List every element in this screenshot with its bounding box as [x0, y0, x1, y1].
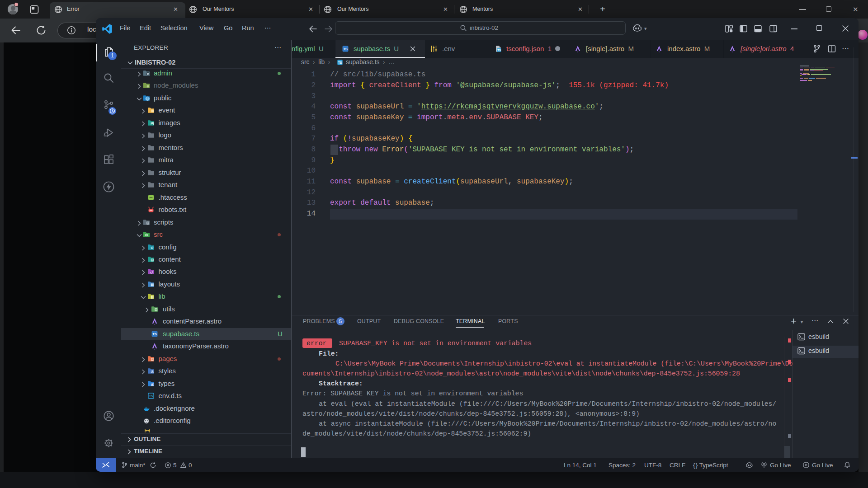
svg-text:TS: TS: [497, 49, 501, 52]
svg-text:TS: TS: [149, 394, 153, 398]
svg-text:TS: TS: [151, 383, 154, 385]
svg-text:TS: TS: [343, 47, 348, 51]
svg-text:TS: TS: [152, 332, 157, 336]
svg-text:TS: TS: [338, 61, 342, 64]
